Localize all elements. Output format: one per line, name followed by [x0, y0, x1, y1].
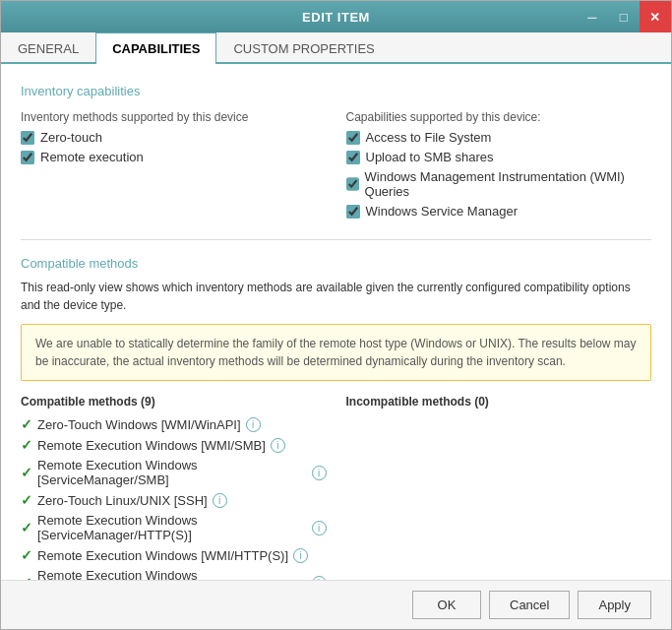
divider	[21, 239, 651, 240]
compatible-col: Compatible methods (9) ✓ Zero-Touch Wind…	[21, 395, 327, 580]
info-icon-4[interactable]: i	[312, 521, 327, 536]
method-item: ✓ Remote Execution Windows [WMI/HTTP(S)]…	[21, 547, 327, 563]
titlebar-controls: ─ □ ✕	[577, 1, 671, 32]
info-icon-0[interactable]: i	[246, 417, 261, 432]
methods-grid: Compatible methods (9) ✓ Zero-Touch Wind…	[21, 395, 651, 580]
capabilities-grid: Inventory methods supported by this devi…	[21, 110, 651, 223]
right-capabilities-col: Capabilities supported by this device: A…	[346, 110, 652, 223]
minimize-icon: ─	[587, 10, 597, 25]
windows-service-manager-checkbox[interactable]	[346, 205, 360, 219]
incompatible-col-label: Incompatible methods (0)	[346, 395, 652, 409]
minimize-button[interactable]: ─	[577, 1, 608, 32]
info-icon-3[interactable]: i	[213, 493, 227, 508]
check-icon: ✓	[21, 520, 32, 536]
close-button[interactable]: ✕	[640, 1, 671, 32]
left-capabilities-col: Inventory methods supported by this devi…	[21, 110, 327, 223]
info-icon-1[interactable]: i	[271, 438, 285, 453]
checkbox-upload-smb: Upload to SMB shares	[346, 150, 652, 164]
access-file-system-checkbox[interactable]	[346, 131, 360, 145]
wmi-queries-checkbox[interactable]	[346, 177, 359, 191]
warning-box: We are unable to statically determine th…	[21, 324, 651, 381]
method-item: ✓ Remote Execution Windows [WMI/SMB] i	[21, 437, 327, 453]
main-window: EDIT ITEM ─ □ ✕ GENERAL CAPABILITIES CUS…	[0, 0, 672, 630]
checkbox-windows-service-manager: Windows Service Manager	[346, 204, 652, 219]
tab-general[interactable]: GENERAL	[1, 32, 95, 64]
check-icon: ✓	[21, 416, 32, 432]
tab-capabilities[interactable]: CAPABILITIES	[95, 32, 216, 64]
compatible-methods-section: Compatible methods This read-only view s…	[21, 252, 651, 580]
incompatible-col: Incompatible methods (0)	[346, 395, 652, 580]
apply-button[interactable]: Apply	[578, 591, 651, 619]
checkbox-access-file-system: Access to File System	[346, 130, 652, 145]
compatible-methods-description: This read-only view shows which inventor…	[21, 279, 651, 314]
check-icon: ✓	[21, 492, 32, 508]
info-icon-2[interactable]: i	[312, 466, 327, 480]
right-col-label: Capabilities supported by this device:	[346, 110, 652, 124]
remote-execution-checkbox[interactable]	[21, 151, 34, 164]
upload-smb-checkbox[interactable]	[346, 151, 360, 164]
compatible-methods-heading: Compatible methods	[21, 252, 651, 273]
method-item: ✓ Zero-Touch Linux/UNIX [SSH] i	[21, 492, 327, 508]
zero-touch-checkbox[interactable]	[21, 131, 34, 145]
checkbox-wmi-queries: Windows Management Instrumentation (WMI)…	[346, 169, 652, 199]
info-icon-5[interactable]: i	[293, 548, 308, 563]
window-title: EDIT ITEM	[302, 10, 370, 25]
compatible-col-label: Compatible methods (9)	[21, 395, 327, 409]
maximize-icon: □	[620, 10, 628, 25]
maximize-button[interactable]: □	[608, 1, 640, 32]
cancel-button[interactable]: Cancel	[489, 591, 570, 619]
checkbox-zero-touch: Zero-touch	[21, 130, 327, 145]
checkbox-remote-execution: Remote execution	[21, 150, 327, 164]
check-icon: ✓	[21, 437, 32, 453]
method-item: ✓ Remote Execution Windows [ServiceManag…	[21, 458, 327, 487]
method-item: ✓ Zero-Touch Windows [WMI/WinAPI] i	[21, 416, 327, 432]
tab-bar: GENERAL CAPABILITIES CUSTOM PROPERTIES	[1, 32, 671, 64]
inventory-capabilities-heading: Inventory capabilities	[21, 80, 651, 100]
ok-button[interactable]: OK	[412, 591, 481, 619]
tab-custom-properties[interactable]: CUSTOM PROPERTIES	[216, 32, 391, 64]
method-item: ✓ Remote Execution Windows [ServiceManag…	[21, 568, 327, 580]
method-item: ✓ Remote Execution Windows [ServiceManag…	[21, 513, 327, 542]
check-icon: ✓	[21, 547, 32, 563]
check-icon: ✓	[21, 465, 32, 480]
left-col-label: Inventory methods supported by this devi…	[21, 110, 327, 124]
close-icon: ✕	[649, 10, 661, 25]
content-area: Inventory capabilities Inventory methods…	[1, 64, 671, 580]
titlebar: EDIT ITEM ─ □ ✕	[1, 1, 671, 32]
footer: OK Cancel Apply	[1, 580, 671, 629]
